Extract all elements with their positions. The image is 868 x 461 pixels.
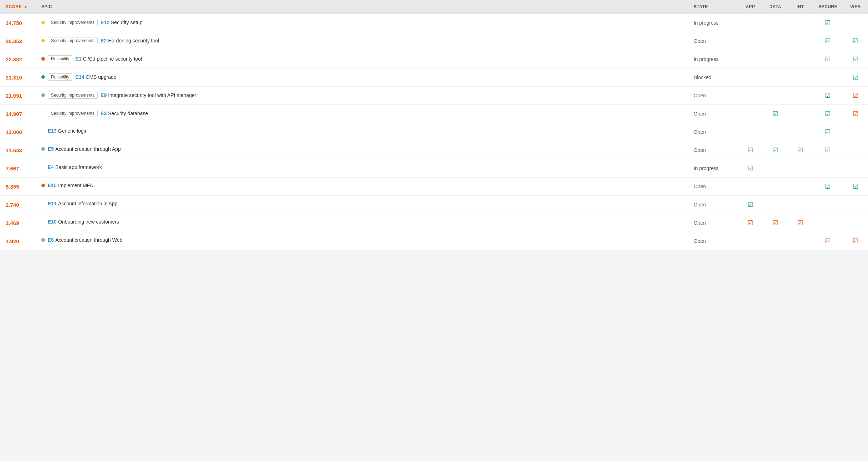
- table-row[interactable]: 22.382ReliabilityE1 Ci/Cd pipeline secur…: [0, 50, 868, 68]
- table-row[interactable]: 5.355E15 Implement MFAOpen☑☑: [0, 178, 868, 196]
- epic-tag: Security improvements: [48, 37, 98, 44]
- cell-epic: Security improvementsE12 Security setup: [36, 14, 688, 31]
- cell-state: Open: [688, 196, 738, 214]
- cell-web: [843, 141, 868, 159]
- status-dot: [41, 184, 45, 187]
- table-row[interactable]: 11.643E5 Account creation through AppOpe…: [0, 141, 868, 159]
- table-row[interactable]: 21.310ReliabilityE14 CMS upgradeBlocked☑: [0, 68, 868, 87]
- status-dot: [41, 93, 45, 97]
- cell-score: 13.000: [0, 123, 36, 141]
- cell-state: Open: [688, 214, 738, 232]
- cell-secure: ☑: [813, 141, 843, 159]
- cell-state: Open: [688, 232, 738, 250]
- status-dot: [41, 21, 45, 24]
- cell-web: ☑: [843, 87, 868, 105]
- cell-state: Open: [688, 105, 738, 123]
- table-row[interactable]: 14.907Security improvementsE3 Security d…: [0, 105, 868, 123]
- table-row[interactable]: 13.000E13 Generic loginOpen☑: [0, 123, 868, 141]
- epic-title: Generic login: [58, 128, 88, 134]
- cell-data: ☑: [763, 214, 788, 232]
- epic-id[interactable]: E5: [48, 146, 54, 152]
- epic-id[interactable]: E14: [75, 74, 84, 80]
- cell-epic: E6 Account creation through Web: [36, 232, 688, 248]
- epic-tag: Security improvements: [48, 92, 98, 99]
- cell-secure: ☑: [813, 123, 843, 141]
- epic-tag: Security improvements: [48, 19, 98, 26]
- table-row[interactable]: 7.667E4 Basic app frameworkIn progress☑: [0, 159, 868, 178]
- cell-secure: [813, 159, 843, 178]
- epic-id[interactable]: E11: [48, 201, 57, 206]
- epic-id[interactable]: E4: [48, 164, 54, 170]
- cell-app: [738, 87, 763, 105]
- header-data: DATA: [763, 0, 788, 14]
- cell-data: [763, 50, 788, 68]
- table-row[interactable]: 21.091Security improvementsE9 Integrate …: [0, 87, 868, 105]
- cell-state: In progress: [688, 14, 738, 32]
- cell-web: ☑: [843, 68, 868, 87]
- epic-id[interactable]: E3: [101, 111, 107, 116]
- cell-data: [763, 196, 788, 214]
- cell-epic: E5 Account creation through App: [36, 141, 688, 157]
- epic-id[interactable]: E9: [101, 92, 107, 98]
- cell-int: [788, 196, 813, 214]
- cell-data: [763, 178, 788, 196]
- table-row[interactable]: 26.353Security improvementsE2 Hardening …: [0, 32, 868, 50]
- epic-id[interactable]: E13: [48, 128, 57, 134]
- cell-score: 14.907: [0, 105, 36, 123]
- cell-epic: ReliabilityE14 CMS upgrade: [36, 68, 688, 86]
- epic-id[interactable]: E15: [48, 183, 57, 188]
- cell-secure: ☑: [813, 32, 843, 50]
- cell-app: [738, 68, 763, 87]
- cell-app: ☑: [738, 159, 763, 178]
- cell-app: [738, 50, 763, 68]
- cell-state: Open: [688, 178, 738, 196]
- cell-int: [788, 123, 813, 141]
- cell-epic: E15 Implement MFA: [36, 178, 688, 193]
- cell-secure: [813, 68, 843, 87]
- epic-title: Basic app framework: [55, 164, 102, 170]
- cell-app: [738, 14, 763, 32]
- epic-id[interactable]: E2: [101, 38, 107, 43]
- cell-secure: ☑: [813, 14, 843, 32]
- cell-web: [843, 214, 868, 232]
- cell-score: 5.355: [0, 178, 36, 196]
- epic-title: Implement MFA: [58, 183, 93, 188]
- cell-web: ☑: [843, 50, 868, 68]
- table-row[interactable]: 2.469E10 Onboarding new customersOpen☑☑☑: [0, 214, 868, 232]
- cell-int: [788, 159, 813, 178]
- cell-int: [788, 232, 813, 250]
- cell-data: [763, 232, 788, 250]
- header-score[interactable]: SCORE ▼: [0, 0, 36, 14]
- epic-title: Onboarding new customers: [58, 219, 119, 225]
- header-app: APP: [738, 0, 763, 14]
- epic-title: Security setup: [111, 20, 143, 25]
- cell-data: [763, 14, 788, 32]
- table-row[interactable]: 2.740E11 Account information in AppOpen☑: [0, 196, 868, 214]
- cell-web: [843, 14, 868, 32]
- cell-int: [788, 178, 813, 196]
- cell-data: [763, 87, 788, 105]
- cell-int: [788, 32, 813, 50]
- status-dot: [41, 238, 45, 242]
- cell-score: 21.091: [0, 87, 36, 105]
- cell-web: [843, 159, 868, 178]
- table-row[interactable]: 1.920E6 Account creation through WebOpen…: [0, 232, 868, 250]
- cell-app: ☑: [738, 141, 763, 159]
- cell-int: [788, 50, 813, 68]
- cell-app: [738, 232, 763, 250]
- cell-secure: ☑: [813, 178, 843, 196]
- cell-score: 7.667: [0, 159, 36, 178]
- table-row[interactable]: 34.750Security improvementsE12 Security …: [0, 14, 868, 32]
- cell-score: 11.643: [0, 141, 36, 159]
- epic-tag: Reliability: [48, 55, 72, 62]
- cell-app: [738, 178, 763, 196]
- epic-id[interactable]: E12: [101, 20, 109, 25]
- table-header: SCORE ▼ EPIC STATE APP DATA INT: [0, 0, 868, 14]
- epic-id[interactable]: E6: [48, 237, 54, 243]
- epic-title: Account creation through Web: [55, 237, 122, 243]
- cell-score: 26.353: [0, 32, 36, 50]
- cell-web: [843, 123, 868, 141]
- epic-id[interactable]: E10: [48, 219, 57, 225]
- header-state: STATE: [688, 0, 738, 14]
- epic-id[interactable]: E1: [75, 56, 81, 62]
